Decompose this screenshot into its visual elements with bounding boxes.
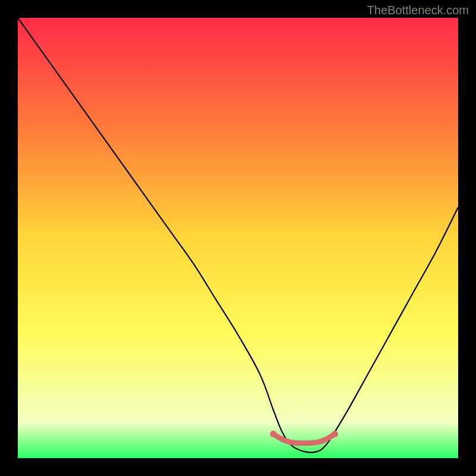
plot-background [18,18,458,458]
bottleneck-chart [0,0,476,476]
chart-container: TheBottleneck.com [0,0,476,476]
optimal-range-dot-left [270,431,277,437]
watermark-text: TheBottleneck.com [367,4,469,17]
optimal-range-dot-right [331,431,338,437]
